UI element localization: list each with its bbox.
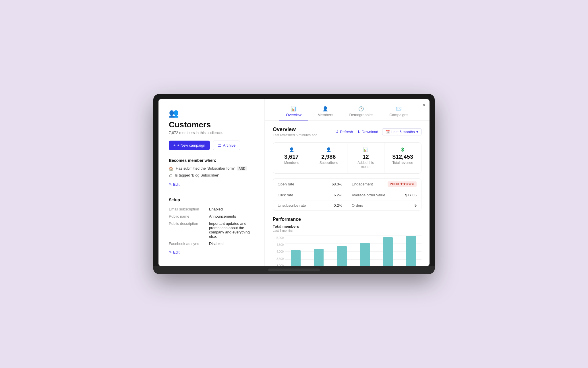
- bar-1: [314, 249, 324, 266]
- setup-field-label: Public name: [169, 213, 209, 220]
- setup-row: Facebook ad syncDisabled: [169, 240, 254, 247]
- metric-value-3: $77.65: [405, 193, 417, 197]
- chart-area: Jul Aug Sep Oct Nov Dec: [273, 235, 421, 266]
- metrics-grid: Open rate68.0%EngagementPOOR ★★☆☆☆Click …: [273, 178, 421, 211]
- tag-icon: 🏷: [169, 173, 173, 178]
- bar-4: [383, 237, 393, 266]
- divider-1: [169, 192, 254, 192]
- stat-card-1: 👤 2,986 Subscribers: [310, 143, 347, 173]
- rule-1: 🏠 Has submitted the 'Subscriber form' AN…: [169, 166, 254, 171]
- tab-overview[interactable]: 📊Overview: [279, 104, 308, 120]
- details-title: Details: [169, 265, 254, 266]
- close-button[interactable]: ×: [423, 103, 425, 108]
- laptop-screen: × 👥 Customers 7,672 members in this audi…: [158, 99, 430, 266]
- metric-value-0: 68.0%: [332, 182, 342, 186]
- stat-card-2: 📊 12 Added this month: [347, 143, 384, 173]
- setup-field-value: Enabled: [209, 206, 254, 213]
- new-campaign-button[interactable]: + + New campaign: [169, 141, 210, 150]
- laptop-base: [153, 266, 435, 274]
- edit-icon-1: ✎: [169, 182, 172, 187]
- metric-value-5: 9: [415, 203, 417, 208]
- performance-section: Performance Total members Last 6 months …: [273, 217, 421, 266]
- rule-1-text: Has submitted the 'Subscriber form' AND: [176, 166, 247, 170]
- plus-icon: +: [173, 143, 176, 147]
- laptop-outer: × 👥 Customers 7,672 members in this audi…: [153, 94, 435, 274]
- overview-content: Overview Last refreshed 5 minutes ago ↺ …: [265, 121, 430, 266]
- metric-cell-3: Average order value$77.65: [347, 190, 421, 200]
- edit-label-2: Edit: [173, 250, 179, 254]
- members-tab-label: Members: [318, 113, 333, 117]
- archive-label: Archive: [223, 143, 235, 147]
- audience-subtitle: 7,672 members in this audience.: [169, 131, 254, 135]
- rule-2-text: Is tagged 'Blog Subscriber': [175, 173, 219, 177]
- edit-label-1: Edit: [173, 182, 179, 187]
- metric-label-0: Open rate: [278, 182, 294, 186]
- bar-3: [360, 243, 370, 266]
- tab-campaigns[interactable]: ✉️Campaigns: [382, 104, 415, 120]
- demographics-tab-label: Demographics: [349, 113, 373, 117]
- refresh-icon: ↺: [335, 130, 339, 134]
- rule-2: 🏷 Is tagged 'Blog Subscriber': [169, 173, 254, 178]
- bar-2: [337, 246, 347, 266]
- bar-chart: 5,0004,5004,0003,5003,0002,500 Jul Aug S…: [273, 235, 421, 266]
- time-filter-button[interactable]: 📅 Last 6 months ▾: [382, 128, 421, 135]
- download-button[interactable]: ⬇ Download: [357, 130, 378, 134]
- performance-title: Performance: [273, 217, 421, 222]
- audience-icon: 👥: [169, 108, 254, 118]
- right-panel: 📊Overview👤Members🕐Demographics✉️Campaign…: [265, 99, 430, 266]
- setup-row: Public descriptionImportant updates and …: [169, 220, 254, 240]
- and-badge: AND: [237, 166, 247, 170]
- setup-field-value: Disabled: [209, 240, 254, 247]
- becomes-member-title: Becomes member when:: [169, 158, 254, 163]
- download-icon: ⬇: [357, 130, 360, 134]
- setup-field-label: Public description: [169, 220, 209, 240]
- chevron-down-icon: ▾: [416, 130, 418, 134]
- laptop-base-bar: [268, 269, 320, 271]
- setup-field-label: Facebook ad sync: [169, 240, 209, 247]
- setup-field-value: Announcements: [209, 213, 254, 220]
- setup-row: Email subscriptionEnabled: [169, 206, 254, 213]
- left-panel: 👥 Customers 7,672 members in this audien…: [158, 99, 265, 266]
- metric-label-1: Engagement: [352, 182, 373, 186]
- refresh-label: Refresh: [340, 130, 353, 134]
- metric-cell-2: Click rate6.2%: [273, 190, 347, 200]
- overview-header: Overview Last refreshed 5 minutes ago ↺ …: [273, 126, 421, 137]
- overview-tab-icon: 📊: [291, 106, 297, 112]
- stats-row: 👤 3,617 Members 👤 2,986 Subscribers 📊 12…: [273, 142, 421, 174]
- metric-value-4: 0.2%: [334, 203, 342, 208]
- chart-title: Total members: [273, 224, 421, 229]
- home-icon: 🏠: [169, 166, 173, 171]
- edit-icon-2: ✎: [169, 250, 172, 254]
- bar-group-0: Jul: [285, 235, 306, 266]
- campaigns-tab-icon: ✉️: [396, 106, 402, 112]
- bar-0: [291, 250, 301, 266]
- metric-value-2: 6.2%: [334, 193, 342, 197]
- bar-group-2: Sep: [332, 235, 352, 266]
- metric-label-3: Average order value: [352, 193, 385, 197]
- tab-members[interactable]: 👤Members: [311, 104, 340, 120]
- setup-title: Setup: [169, 198, 254, 202]
- calendar-icon: 📅: [385, 130, 390, 134]
- setup-table: Email subscriptionEnabledPublic nameAnno…: [169, 206, 254, 247]
- bar-group-1: Aug: [308, 235, 329, 266]
- setup-edit-link[interactable]: ✎ Edit: [169, 250, 179, 254]
- overview-last-refreshed: Last refreshed 5 minutes ago: [273, 133, 317, 137]
- metric-label-2: Click rate: [278, 193, 293, 197]
- metric-label-4: Unsubscribe rate: [278, 203, 306, 208]
- tabs-bar: 📊Overview👤Members🕐Demographics✉️Campaign…: [265, 99, 430, 121]
- becomes-member-edit-link[interactable]: ✎ Edit: [169, 182, 179, 187]
- bar-group-3: Oct: [355, 235, 375, 266]
- stat-icon-3: 💲: [400, 147, 405, 152]
- setup-row: Public nameAnnouncements: [169, 213, 254, 220]
- download-label: Download: [362, 130, 378, 134]
- time-filter-label: Last 6 months: [391, 130, 415, 134]
- refresh-button[interactable]: ↺ Refresh: [335, 130, 353, 134]
- stat-icon-2: 📊: [363, 147, 368, 152]
- setup-field-label: Email subscription: [169, 206, 209, 213]
- new-campaign-label: + New campaign: [177, 143, 205, 147]
- overview-header-left: Overview Last refreshed 5 minutes ago: [273, 126, 317, 137]
- tab-demographics[interactable]: 🕐Demographics: [342, 104, 380, 120]
- overview-actions: ↺ Refresh ⬇ Download 📅 Last 6 months ▾: [335, 128, 421, 135]
- archive-button[interactable]: 🗃 Archive: [213, 141, 240, 150]
- overview-title: Overview: [273, 126, 317, 133]
